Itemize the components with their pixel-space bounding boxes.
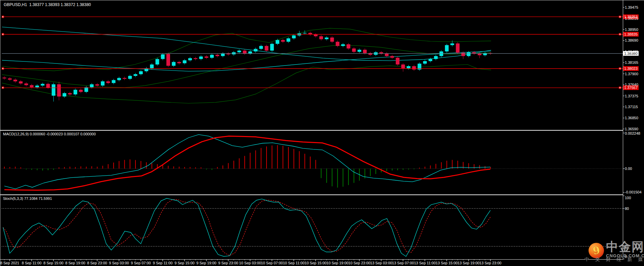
candle-body[interactable] (243, 51, 247, 54)
candle-body[interactable] (434, 56, 438, 59)
candle-body[interactable] (68, 93, 72, 94)
candle-body[interactable] (456, 43, 459, 53)
candle-body[interactable] (221, 53, 225, 56)
candle-body[interactable] (347, 44, 350, 49)
main-macd-separator[interactable] (0, 130, 623, 131)
candle-body[interactable] (128, 76, 132, 79)
time-axis-label[interactable]: 10 Sep 07:00 (261, 261, 283, 265)
time-axis-label[interactable]: 10 Sep 03:00 (239, 261, 261, 265)
candle-body[interactable] (254, 49, 257, 52)
candle-body[interactable] (352, 48, 356, 52)
candle-body[interactable] (79, 90, 83, 92)
candle-body[interactable] (270, 44, 274, 51)
candle-body[interactable] (237, 51, 241, 52)
time-axis-label[interactable]: 9 Sep 11:00 (153, 261, 173, 265)
candle-body[interactable] (194, 58, 197, 59)
candle-body[interactable] (303, 33, 307, 34)
candle-body[interactable] (139, 71, 143, 74)
candle-body[interactable] (330, 38, 334, 42)
candle-body[interactable] (35, 86, 39, 87)
time-axis-label[interactable]: 10 Sep 23:00 (348, 261, 370, 265)
chart-canvas[interactable] (0, 0, 644, 266)
candle-body[interactable] (46, 84, 50, 88)
candle-body[interactable] (314, 35, 318, 36)
time-axis-label[interactable]: 8 Sep 2021 (0, 261, 19, 265)
time-axis-label[interactable]: 13 Sep 07:00 (392, 261, 414, 265)
time-axis-label[interactable]: 13 Sep 11:00 (414, 261, 436, 265)
time-axis-label[interactable]: 13 Sep 19:00 (457, 261, 479, 265)
candle-body[interactable] (265, 46, 269, 51)
candle-body[interactable] (325, 38, 328, 39)
candle-body[interactable] (401, 64, 405, 68)
candle-body[interactable] (8, 78, 12, 80)
time-axis-label[interactable]: 9 Sep 23:00 (218, 261, 238, 265)
candle-body[interactable] (478, 53, 481, 55)
time-axis-label[interactable]: 9 Sep 19:00 (196, 261, 216, 265)
time-axis-label[interactable]: 9 Sep 03:00 (109, 261, 129, 265)
candle-body[interactable] (412, 66, 416, 70)
candle-body[interactable] (106, 81, 110, 83)
time-axis-label[interactable]: 8 Sep 15:00 (43, 261, 63, 265)
time-axis-label[interactable]: 13 Sep 03:00 (370, 261, 392, 265)
candle-body[interactable] (3, 78, 6, 79)
candle-body[interactable] (358, 50, 361, 52)
candle-body[interactable] (259, 46, 263, 49)
candle-body[interactable] (95, 84, 99, 86)
candle-body[interactable] (30, 85, 34, 87)
time-axis-label[interactable]: 10 Sep 11:00 (283, 261, 305, 265)
time-axis-label[interactable]: 8 Sep 23:00 (87, 261, 107, 265)
candle-body[interactable] (407, 66, 410, 68)
candle-body[interactable] (276, 40, 279, 44)
candle-body[interactable] (63, 93, 66, 96)
candle-body[interactable] (25, 84, 28, 85)
hline-drag-marker[interactable] (619, 33, 621, 36)
macd-stoch-separator[interactable] (0, 194, 623, 195)
candle-body[interactable] (57, 84, 61, 96)
time-axis-label[interactable]: 8 Sep 19:00 (65, 261, 85, 265)
candle-body[interactable] (123, 78, 126, 79)
hline-drag-marker[interactable] (619, 68, 621, 70)
price-axis-line[interactable] (623, 0, 623, 259)
candle-body[interactable] (363, 50, 367, 53)
candle-body[interactable] (101, 81, 105, 86)
candle-body[interactable] (74, 90, 77, 94)
candle-body[interactable] (467, 52, 471, 56)
hline-drag-marker[interactable] (2, 87, 4, 89)
hline-drag-marker[interactable] (619, 15, 621, 18)
candle-body[interactable] (177, 62, 181, 63)
time-axis-label[interactable]: 13 Sep 15:00 (436, 261, 457, 265)
candle-body[interactable] (336, 42, 339, 46)
candle-body[interactable] (319, 36, 323, 39)
candle-body[interactable] (112, 80, 116, 83)
candle-body[interactable] (281, 40, 285, 42)
candle-body[interactable] (341, 44, 345, 46)
candle-body[interactable] (172, 62, 175, 66)
candle-body[interactable] (450, 43, 454, 45)
candle-body[interactable] (183, 60, 187, 63)
candle-body[interactable] (41, 84, 44, 86)
candle-body[interactable] (248, 51, 252, 53)
candle-body[interactable] (166, 54, 170, 66)
candle-body[interactable] (156, 59, 159, 64)
time-axis-label[interactable]: 9 Sep 07:00 (131, 261, 151, 265)
time-axis-line[interactable] (0, 259, 623, 260)
candle-body[interactable] (461, 53, 465, 56)
hline-drag-marker[interactable] (2, 68, 4, 70)
candle-body[interactable] (445, 45, 449, 51)
candle-body[interactable] (429, 59, 432, 61)
candle-body[interactable] (423, 61, 427, 64)
candle-body[interactable] (13, 80, 17, 81)
candle-body[interactable] (292, 35, 296, 38)
candle-body[interactable] (52, 84, 55, 96)
hline-drag-marker[interactable] (2, 15, 4, 18)
candle-body[interactable] (134, 74, 137, 76)
time-axis-label[interactable]: 13 Sep 23:00 (479, 261, 501, 265)
candle-body[interactable] (161, 54, 165, 59)
candle-body[interactable] (215, 55, 219, 56)
candle-body[interactable] (396, 58, 400, 64)
candle-body[interactable] (188, 58, 192, 60)
candle-body[interactable] (90, 84, 94, 87)
candle-body[interactable] (390, 56, 394, 58)
hline-drag-marker[interactable] (2, 33, 4, 36)
candle-body[interactable] (117, 78, 121, 80)
